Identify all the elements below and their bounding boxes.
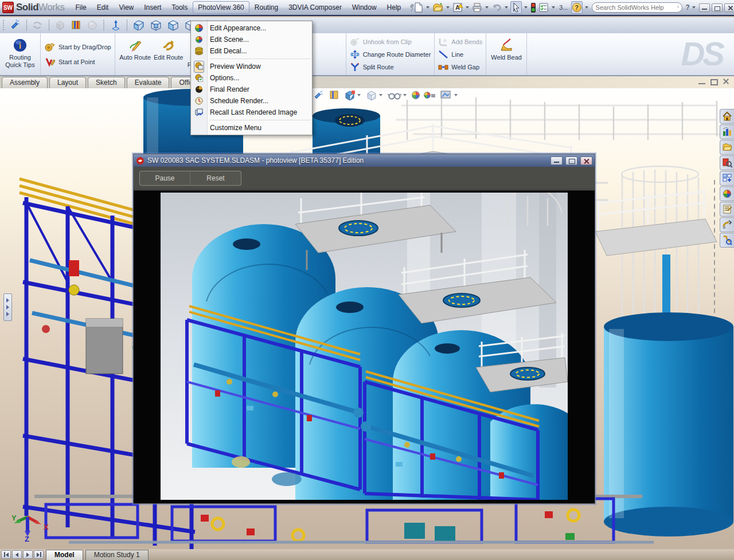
menu-item-recall-render[interactable]: Recall Last Rendered Image xyxy=(191,107,312,118)
whats-new-help-icon[interactable]: ? xyxy=(685,3,691,11)
first-tab-button[interactable] xyxy=(1,550,11,559)
reset-button[interactable]: Reset xyxy=(190,171,241,186)
search-input[interactable] xyxy=(596,4,677,11)
tab-evaluate[interactable]: Evaluate xyxy=(127,77,170,88)
zoom-to-fit-icon[interactable] xyxy=(313,89,325,101)
last-tab-button[interactable] xyxy=(34,550,44,559)
view-orientation-back-icon[interactable] xyxy=(149,19,163,32)
tab-motion-study-1[interactable]: Motion Study 1 xyxy=(85,550,149,560)
menu-item-customize-menu[interactable]: Customize Menu xyxy=(191,122,312,134)
auto-route-button[interactable]: Auto Route xyxy=(119,34,152,74)
search-icon[interactable] xyxy=(677,3,678,12)
menu-item-edit-scene[interactable]: Edit Scene... xyxy=(191,34,312,45)
menu-tools[interactable]: Tools xyxy=(166,1,193,14)
line-button[interactable]: Line xyxy=(438,50,482,59)
next-tab-button[interactable] xyxy=(23,550,33,559)
menu-3dvia-composer[interactable]: 3DVIA Composer xyxy=(283,1,347,14)
new-dropdown-caret[interactable] xyxy=(426,6,430,9)
document-restore-button[interactable] xyxy=(709,78,719,85)
options-dropdown-caret[interactable] xyxy=(552,6,555,9)
weld-gap-button[interactable]: Weld Gap xyxy=(438,62,482,72)
open-dropdown-caret[interactable] xyxy=(446,6,450,9)
menu-view[interactable]: View xyxy=(114,1,139,14)
add-bends-button[interactable]: Add Bends xyxy=(438,37,482,46)
menu-item-edit-decal[interactable]: Edit Decal... xyxy=(191,45,312,57)
split-route-button[interactable]: Split Route xyxy=(350,62,431,72)
menu-insert[interactable]: Insert xyxy=(139,1,166,14)
print-icon[interactable] xyxy=(471,1,483,14)
open-icon[interactable] xyxy=(432,1,444,14)
drawing-dropdown-caret[interactable] xyxy=(466,6,469,9)
appearances-scenes-button[interactable] xyxy=(720,186,734,201)
options-checklist-icon[interactable] xyxy=(538,1,549,14)
measure-box-icon[interactable] xyxy=(70,19,83,32)
file-explorer-button[interactable] xyxy=(720,140,734,155)
apply-scene-icon[interactable] xyxy=(424,92,436,99)
menu-item-edit-appearance[interactable]: Edit Appearance... xyxy=(191,22,312,34)
routing-quick-tips-button[interactable]: i Routing Quick Tips xyxy=(3,34,37,74)
toolbar-grip[interactable] xyxy=(103,19,106,31)
view-palette-button[interactable] xyxy=(720,171,734,186)
pause-button[interactable]: Pause xyxy=(139,171,190,186)
unhook-from-clip-button[interactable]: Unhook from Clip xyxy=(350,37,431,46)
previous-tab-button[interactable] xyxy=(12,550,22,559)
close-button[interactable] xyxy=(724,3,734,12)
swap-arrows-icon[interactable] xyxy=(32,19,44,32)
shaded-cube-icon[interactable] xyxy=(54,19,67,32)
rebuild-traffic-light-icon[interactable] xyxy=(530,1,537,14)
view-orientation-icon[interactable] xyxy=(366,89,384,101)
menu-edit[interactable]: Edit xyxy=(92,1,114,14)
tab-sketch[interactable]: Sketch xyxy=(88,77,125,88)
tab-model[interactable]: Model xyxy=(46,550,83,560)
select-dropdown-caret[interactable] xyxy=(524,6,528,9)
edit-appearance-icon[interactable] xyxy=(412,91,420,99)
tab-assembly[interactable]: Assembly xyxy=(2,77,48,88)
solidworks-resources-button[interactable] xyxy=(720,109,734,124)
preview-titlebar[interactable]: SW 020083 SAC SYSTEM.SLDASM - photoview … xyxy=(134,154,595,167)
featuremanager-flyout-tab[interactable] xyxy=(3,293,12,321)
menu-item-preview-window[interactable]: Preview Window xyxy=(191,61,312,72)
new-document-icon[interactable] xyxy=(413,1,424,14)
make-drawing-icon[interactable]: A xyxy=(452,1,463,14)
design-library-button[interactable] xyxy=(720,124,734,139)
display-style-glasses-icon[interactable] xyxy=(388,89,408,101)
restore-button[interactable] xyxy=(712,3,723,12)
toolbar-grip[interactable] xyxy=(2,19,5,31)
menu-item-options[interactable]: Options... xyxy=(191,72,312,84)
help-icon[interactable]: ? xyxy=(571,1,583,14)
start-by-dragdrop-button[interactable]: Start by Drag/Drop xyxy=(44,41,111,53)
preview-restore-button[interactable] xyxy=(565,156,577,165)
print-dropdown-caret[interactable] xyxy=(485,6,489,9)
select-cursor-icon[interactable] xyxy=(510,1,522,14)
menu-help[interactable]: Help xyxy=(382,1,407,14)
menu-item-schedule-render[interactable]: Schedule Render... xyxy=(191,95,312,107)
view-settings-icon[interactable] xyxy=(440,89,459,101)
custom-properties-button[interactable] xyxy=(720,202,734,217)
menu-item-final-render[interactable]: Final Render xyxy=(191,84,312,95)
change-route-diameter-button[interactable]: Change Route Diameter xyxy=(350,50,431,59)
zoom-to-area-icon[interactable] xyxy=(329,89,340,101)
document-minimize-button[interactable] xyxy=(697,78,706,85)
undo-dropdown-caret[interactable] xyxy=(505,6,508,9)
start-at-point-button[interactable]: Start at Point xyxy=(44,56,111,68)
sphere-icon[interactable] xyxy=(86,19,99,32)
zoom-flashlight-icon[interactable] xyxy=(9,19,22,32)
minimize-button[interactable] xyxy=(699,3,710,12)
menu-file[interactable]: File xyxy=(70,1,91,14)
search-button[interactable] xyxy=(720,155,734,170)
menu-routing[interactable]: Routing xyxy=(249,1,283,14)
preview-minimize-button[interactable] xyxy=(550,156,563,165)
help-dropdown-caret[interactable] xyxy=(585,6,588,9)
undo-icon[interactable] xyxy=(491,1,502,14)
menu-photoview-360[interactable]: PhotoView 360 xyxy=(193,1,249,14)
view-orientation-left-icon[interactable] xyxy=(166,19,180,32)
tab-layout[interactable]: Layout xyxy=(49,77,86,88)
edit-route-button[interactable]: Edit Route xyxy=(152,34,185,74)
reference-axis-icon[interactable] xyxy=(110,19,122,32)
menu-window[interactable]: Window xyxy=(347,1,382,14)
routing-library-button[interactable] xyxy=(720,217,734,232)
routing-tools-button[interactable] xyxy=(720,233,734,248)
whats-new-caret[interactable] xyxy=(692,6,696,9)
preview-close-button[interactable] xyxy=(580,156,592,165)
weld-bead-button[interactable]: Weld Bead xyxy=(490,34,523,74)
